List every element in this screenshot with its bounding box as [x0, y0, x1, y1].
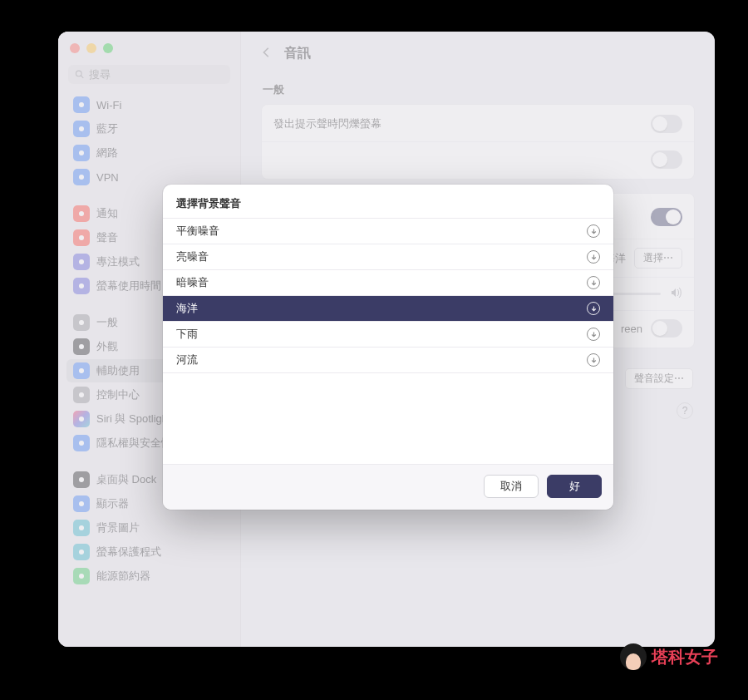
search-icon — [75, 69, 85, 80]
page-title: 音訊 — [284, 45, 311, 62]
battery-icon — [73, 568, 90, 584]
sound-settings-button[interactable]: 聲音設定⋯ — [625, 368, 693, 389]
svg-point-5 — [79, 175, 84, 180]
search-field[interactable] — [68, 65, 230, 84]
sidebar-item-label: 專注模式 — [96, 254, 140, 269]
appearance-icon — [73, 338, 90, 355]
svg-point-4 — [79, 150, 84, 155]
sidebar-item-label: 隱私權與安全性 — [96, 436, 172, 451]
hand-icon — [73, 435, 90, 451]
help-button[interactable]: ? — [677, 402, 693, 419]
row-flash-label: 發出提示聲時閃爍螢幕 — [273, 116, 381, 131]
row-flash-screen: 發出提示聲時閃爍螢幕 — [262, 106, 694, 141]
svg-point-15 — [79, 441, 84, 446]
svg-point-6 — [79, 211, 84, 216]
sound-option-label: 河流 — [176, 352, 198, 367]
sidebar-item-label: 桌面與 Dock — [96, 472, 156, 487]
bluetooth-icon — [73, 121, 90, 137]
wallpaper-icon — [73, 520, 90, 536]
download-icon[interactable] — [587, 250, 600, 264]
gear-icon — [73, 314, 90, 331]
download-icon[interactable] — [587, 302, 600, 315]
back-button[interactable] — [261, 47, 273, 61]
svg-point-19 — [79, 550, 84, 555]
dialog-title: 選擇背景聲音 — [163, 185, 613, 218]
dialog-empty-area — [163, 372, 613, 464]
download-icon[interactable] — [587, 276, 600, 289]
accessibility-icon — [73, 362, 90, 379]
sidebar-item-globe[interactable]: 網路 — [66, 141, 232, 165]
svg-point-2 — [79, 102, 84, 107]
minimize-window-button[interactable] — [86, 43, 96, 53]
sidebar-item-label: 顯示器 — [96, 496, 129, 511]
watermark-icon — [620, 643, 647, 670]
sidebar-item-label: 通知 — [96, 206, 118, 221]
sidebar-item-label: 網路 — [96, 145, 118, 160]
toggle-hidden-1[interactable] — [651, 150, 682, 169]
sidebar-item-battery[interactable]: 能源節約器 — [66, 564, 232, 588]
section-general-label: 一般 — [263, 82, 695, 97]
sidebar-item-label: 螢幕保護程式 — [96, 545, 161, 560]
svg-point-13 — [79, 392, 84, 397]
svg-point-18 — [79, 525, 84, 530]
sidebar-item-bluetooth[interactable]: 藍牙 — [66, 117, 232, 140]
screensaver-icon — [73, 544, 90, 560]
lock-toggle[interactable] — [651, 319, 682, 338]
sidebar-item-label: 能源節約器 — [96, 569, 150, 584]
vpn-icon — [73, 169, 90, 185]
titlebar: 音訊 — [261, 42, 695, 77]
sidebar-item-wallpaper[interactable]: 背景圖片 — [66, 516, 232, 540]
sidebar-item-screensaver[interactable]: 螢幕保護程式 — [66, 540, 232, 564]
sound-option-2[interactable]: 暗噪音 — [163, 269, 613, 295]
sound-option-label: 平衡噪音 — [176, 224, 219, 239]
choose-sound-button[interactable]: 選擇⋯ — [634, 248, 682, 269]
download-icon[interactable] — [587, 353, 600, 367]
flash-screen-toggle[interactable] — [651, 115, 682, 133]
control-icon — [73, 387, 90, 403]
svg-point-14 — [79, 417, 84, 421]
sidebar-item-wifi[interactable]: Wi-Fi — [66, 93, 232, 116]
general-card: 發出提示聲時閃爍螢幕 — [261, 104, 695, 180]
sound-option-4[interactable]: 下雨 — [163, 321, 613, 347]
dock-icon — [73, 471, 90, 488]
speaker-icon — [73, 229, 90, 246]
dialog-footer: 取消 好 — [163, 464, 613, 510]
sound-option-label: 下雨 — [176, 327, 198, 342]
sound-option-5[interactable]: 河流 — [163, 347, 613, 372]
hourglass-icon — [73, 278, 90, 294]
svg-point-7 — [79, 235, 84, 240]
background-sound-toggle[interactable] — [651, 208, 682, 226]
search-input[interactable] — [89, 68, 224, 81]
sidebar-item-label: 輔助使用 — [96, 363, 140, 378]
sidebar-item-label: 螢幕使用時間 — [96, 279, 161, 293]
bell-icon — [73, 205, 90, 222]
sound-option-3[interactable]: 海洋 — [163, 295, 613, 321]
lock-tail-label: reen — [621, 323, 642, 335]
sidebar-item-label: 一般 — [96, 315, 118, 330]
download-icon[interactable] — [587, 328, 600, 341]
svg-point-12 — [79, 368, 84, 373]
ok-button[interactable]: 好 — [547, 475, 602, 498]
svg-point-17 — [79, 501, 84, 506]
siri-icon — [73, 411, 90, 427]
watermark-text: 塔科女子 — [652, 646, 718, 668]
sound-option-0[interactable]: 平衡噪音 — [163, 218, 613, 244]
sidebar-item-label: 外觀 — [96, 339, 118, 354]
svg-point-9 — [79, 283, 84, 288]
wifi-icon — [73, 96, 90, 113]
sound-option-label: 暗噪音 — [176, 275, 209, 290]
sound-option-label: 海洋 — [176, 301, 198, 316]
svg-point-20 — [79, 574, 84, 579]
cancel-button[interactable]: 取消 — [484, 475, 539, 498]
sound-option-1[interactable]: 亮噪音 — [163, 244, 613, 269]
close-window-button[interactable] — [70, 43, 80, 53]
fullscreen-window-button[interactable] — [103, 43, 113, 53]
sound-option-label: 亮噪音 — [176, 249, 209, 264]
chevron-left-icon — [261, 47, 273, 58]
download-icon[interactable] — [587, 224, 600, 238]
watermark: 塔科女子 — [620, 643, 718, 670]
svg-point-8 — [79, 259, 84, 264]
svg-point-16 — [79, 477, 84, 482]
globe-icon — [73, 145, 90, 161]
window-controls — [65, 40, 234, 65]
